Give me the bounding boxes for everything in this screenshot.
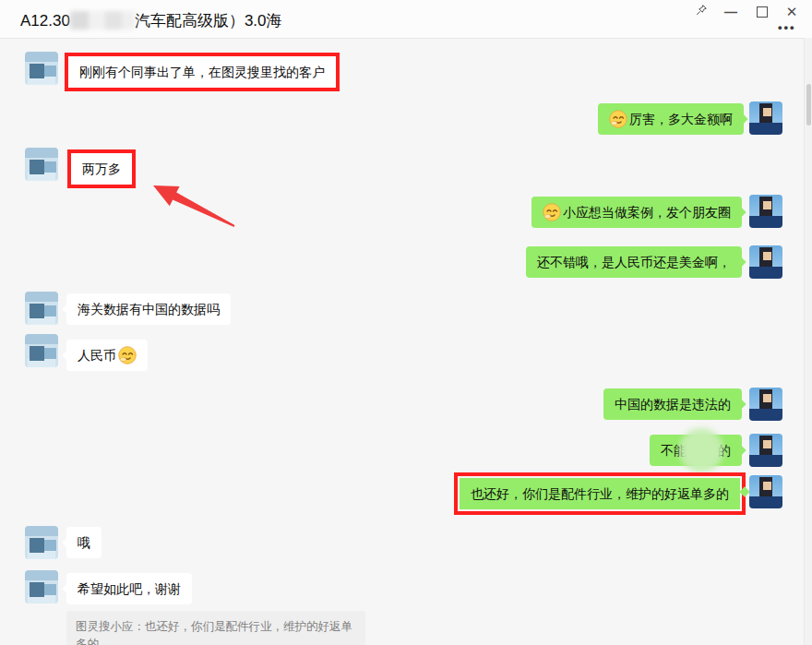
message-text: 中国的数据是违法的 — [615, 397, 731, 412]
sweat-laugh-emoji — [543, 203, 561, 221]
message-text: 人民币 — [78, 348, 116, 363]
pin-icon[interactable] — [692, 4, 710, 20]
avatar[interactable] — [749, 388, 782, 421]
message-text: 还不错哦，是人民币还是美金啊， — [537, 255, 731, 269]
message-text: 也还好，你们是配件行业，维护的好返单多的 — [471, 486, 729, 501]
chat-message[interactable]: 海关数据有中国的数据吗 — [66, 293, 231, 325]
avatar[interactable] — [25, 52, 58, 85]
avatar[interactable] — [25, 526, 58, 559]
message-text: 刚刚有个同事出了单，在图灵搜里找的客户 — [79, 65, 325, 79]
message-text: 厉害，多大金额啊 — [629, 112, 733, 126]
chat-message[interactable]: 也还好，你们是配件行业，维护的好返单多的 — [460, 478, 740, 509]
title-bar: A12.30汽车配高级版）3.0海 — ✕ — [0, 0, 812, 39]
bubble-tail — [735, 257, 746, 267]
avatar[interactable] — [749, 475, 782, 508]
avatar[interactable] — [749, 245, 782, 279]
censored-blur-patch — [679, 428, 723, 472]
bubble-tail — [62, 583, 72, 593]
close-button[interactable]: ✕ — [782, 4, 801, 20]
maximize-icon — [757, 6, 768, 18]
minimize-button[interactable]: — — [722, 4, 740, 20]
avatar[interactable] — [749, 102, 782, 135]
chat-message[interactable]: 哦 — [66, 527, 102, 558]
bubble-tail — [735, 445, 746, 455]
chat-title-suffix: 汽车配高级版）3.0海 — [135, 12, 282, 30]
bow-emoji — [609, 110, 627, 128]
highlight-box: 也还好，你们是配件行业，维护的好返单多的 — [454, 472, 746, 515]
chat-message[interactable]: 希望如此吧，谢谢 — [66, 573, 192, 604]
message-text: 两万多 — [82, 161, 121, 176]
chat-message[interactable]: 中国的数据是违法的 — [603, 388, 742, 420]
avatar[interactable] — [25, 148, 58, 181]
bubble-tail — [62, 304, 72, 314]
quoted-message[interactable]: 图灵搜小应：也还好，你们是配件行业，维护的好返单多的 — [66, 611, 365, 645]
scrollbar-thumb[interactable] — [806, 84, 811, 125]
message-text: 希望如此吧，谢谢 — [78, 581, 181, 596]
chat-message[interactable]: 刚刚有个同事出了单，在图灵搜里找的客户 — [68, 56, 336, 88]
message-text: 海关数据有中国的数据吗 — [78, 302, 220, 317]
maximize-button[interactable] — [753, 4, 771, 20]
pin-icon-glyph — [695, 4, 708, 17]
bubble-tail — [735, 399, 746, 409]
annotation-arrow — [146, 178, 238, 230]
bubble-tail — [62, 350, 72, 360]
wechat-chat-window: A12.30汽车配高级版）3.0海 — ✕ ••• 刚刚有个同事出了单，在图灵搜… — [0, 0, 812, 645]
chat-message[interactable]: 不能的 — [650, 435, 742, 466]
bubble-tail — [735, 207, 746, 217]
message-text: 哦 — [78, 535, 90, 550]
chat-message[interactable]: 厉害，多大金额啊 — [598, 103, 744, 135]
bubble-tail — [62, 537, 72, 547]
sweat-laugh-emoji — [118, 346, 137, 364]
avatar[interactable] — [25, 570, 58, 603]
highlight-box: 两万多 — [67, 149, 136, 188]
chat-message[interactable]: 人民币 — [66, 340, 148, 371]
avatar[interactable] — [749, 434, 782, 467]
chat-message[interactable]: 还不错哦，是人民币还是美金啊， — [526, 246, 742, 278]
avatar[interactable] — [25, 292, 58, 325]
chat-title-prefix: A12.30 — [20, 12, 70, 30]
scrollbar-track[interactable] — [804, 38, 812, 645]
chat-message[interactable]: 两万多 — [71, 153, 132, 185]
chat-message[interactable]: 小应想当做案例，发个朋友圈 — [531, 197, 742, 228]
more-menu-button[interactable]: ••• — [778, 20, 796, 34]
chat-title: A12.30汽车配高级版）3.0海 — [20, 10, 282, 31]
avatar[interactable] — [749, 195, 782, 228]
bubble-tail — [737, 113, 747, 124]
avatar[interactable] — [25, 334, 58, 367]
censored-title-block — [70, 11, 135, 30]
message-text: 小应想当做案例，发个朋友圈 — [563, 205, 731, 220]
highlight-box: 刚刚有个同事出了单，在图灵搜里找的客户 — [65, 53, 340, 91]
